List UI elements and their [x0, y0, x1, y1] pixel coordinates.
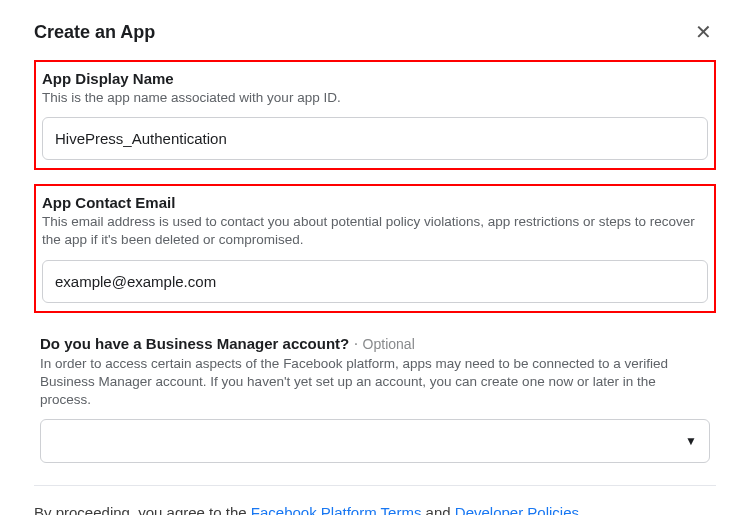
- dot-separator: ·: [354, 335, 363, 352]
- app-contact-email-input[interactable]: [42, 260, 708, 303]
- app-contact-email-label: App Contact Email: [42, 194, 708, 211]
- create-app-modal: Create an App ✕ App Display Name This is…: [0, 0, 750, 515]
- app-display-name-desc: This is the app name associated with you…: [42, 89, 708, 107]
- divider: [34, 485, 716, 486]
- terms-mid: and: [421, 504, 454, 515]
- close-icon[interactable]: ✕: [691, 16, 716, 48]
- facebook-platform-terms-link[interactable]: Facebook Platform Terms: [251, 504, 422, 515]
- business-manager-optional: Optional: [363, 336, 415, 352]
- business-manager-label: Do you have a Business Manager account?: [40, 335, 349, 352]
- business-manager-heading: Do you have a Business Manager account? …: [40, 335, 710, 353]
- terms-prefix: By proceeding, you agree to the: [34, 504, 251, 515]
- app-display-name-section: App Display Name This is the app name as…: [34, 60, 716, 170]
- app-display-name-input[interactable]: [42, 117, 708, 160]
- developer-policies-link[interactable]: Developer Policies: [455, 504, 579, 515]
- modal-header: Create an App ✕: [34, 16, 716, 60]
- app-contact-email-section: App Contact Email This email address is …: [34, 184, 716, 312]
- caret-down-icon: ▼: [685, 434, 697, 448]
- modal-title: Create an App: [34, 22, 155, 43]
- app-display-name-label: App Display Name: [42, 70, 708, 87]
- terms-suffix: .: [579, 504, 583, 515]
- terms-text: By proceeding, you agree to the Facebook…: [34, 504, 716, 515]
- business-manager-section: Do you have a Business Manager account? …: [34, 327, 716, 472]
- business-manager-desc: In order to access certain aspects of th…: [40, 355, 710, 410]
- app-contact-email-desc: This email address is used to contact yo…: [42, 213, 708, 249]
- business-manager-select[interactable]: ▼: [40, 419, 710, 463]
